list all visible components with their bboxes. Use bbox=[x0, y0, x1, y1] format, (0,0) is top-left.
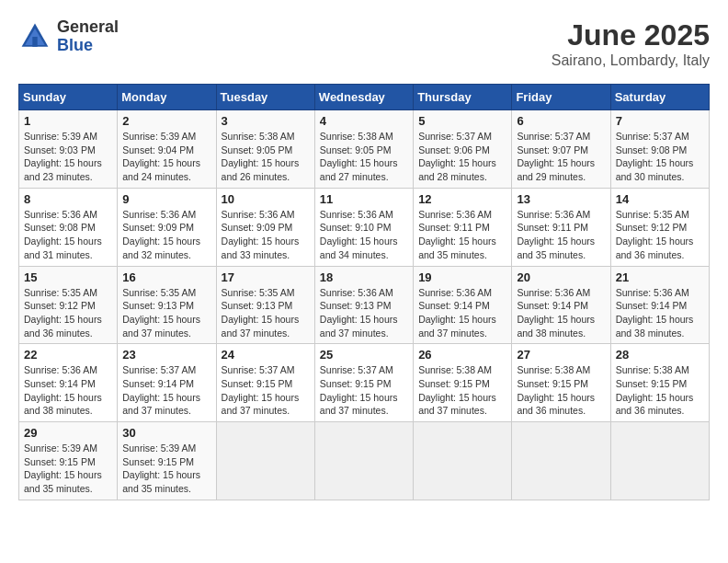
weekday-header-monday: Monday bbox=[118, 85, 216, 110]
weekday-header-row: SundayMondayTuesdayWednesdayThursdayFrid… bbox=[19, 85, 710, 110]
month-title: June 2025 bbox=[552, 18, 710, 52]
calendar-cell: 4Sunrise: 5:38 AMSunset: 9:05 PMDaylight… bbox=[314, 110, 413, 189]
day-number: 20 bbox=[517, 270, 605, 284]
calendar-cell bbox=[314, 422, 413, 500]
calendar-cell bbox=[216, 422, 314, 500]
day-number: 13 bbox=[517, 192, 605, 206]
cell-info: Sunrise: 5:38 AMSunset: 9:15 PMDaylight:… bbox=[418, 363, 506, 418]
calendar-cell: 5Sunrise: 5:37 AMSunset: 9:06 PMDaylight… bbox=[414, 110, 512, 189]
day-number: 28 bbox=[616, 348, 704, 362]
week-row-3: 15Sunrise: 5:35 AMSunset: 9:12 PMDayligh… bbox=[19, 266, 710, 344]
calendar-cell: 26Sunrise: 5:38 AMSunset: 9:15 PMDayligh… bbox=[414, 344, 512, 422]
calendar-cell: 8Sunrise: 5:36 AMSunset: 9:08 PMDaylight… bbox=[19, 188, 118, 266]
cell-info: Sunrise: 5:38 AMSunset: 9:15 PMDaylight:… bbox=[616, 363, 704, 418]
svg-rect-2 bbox=[32, 37, 37, 47]
cell-info: Sunrise: 5:39 AMSunset: 9:15 PMDaylight:… bbox=[24, 442, 112, 496]
calendar-cell: 25Sunrise: 5:37 AMSunset: 9:15 PMDayligh… bbox=[314, 344, 413, 422]
day-number: 17 bbox=[222, 270, 310, 284]
page-header: General Blue June 2025 Sairano, Lombardy… bbox=[18, 18, 710, 69]
day-number: 16 bbox=[122, 270, 210, 284]
weekday-header-sunday: Sunday bbox=[19, 85, 118, 110]
cell-info: Sunrise: 5:37 AMSunset: 9:14 PMDaylight:… bbox=[122, 363, 210, 418]
cell-info: Sunrise: 5:37 AMSunset: 9:06 PMDaylight:… bbox=[418, 130, 506, 184]
cell-info: Sunrise: 5:36 AMSunset: 9:10 PMDaylight:… bbox=[320, 208, 408, 262]
day-number: 18 bbox=[320, 270, 408, 284]
day-number: 26 bbox=[418, 348, 506, 362]
logo-general-text: General bbox=[57, 18, 119, 37]
cell-info: Sunrise: 5:37 AMSunset: 9:15 PMDaylight:… bbox=[222, 363, 310, 418]
week-row-2: 8Sunrise: 5:36 AMSunset: 9:08 PMDaylight… bbox=[19, 188, 710, 266]
calendar-cell: 18Sunrise: 5:36 AMSunset: 9:13 PMDayligh… bbox=[314, 266, 413, 344]
week-row-5: 29Sunrise: 5:39 AMSunset: 9:15 PMDayligh… bbox=[19, 422, 710, 500]
day-number: 21 bbox=[616, 270, 704, 284]
calendar-cell: 20Sunrise: 5:36 AMSunset: 9:14 PMDayligh… bbox=[512, 266, 610, 344]
weekday-header-saturday: Saturday bbox=[610, 85, 709, 110]
cell-info: Sunrise: 5:38 AMSunset: 9:05 PMDaylight:… bbox=[320, 130, 408, 184]
cell-info: Sunrise: 5:35 AMSunset: 9:12 PMDaylight:… bbox=[24, 286, 112, 340]
cell-info: Sunrise: 5:37 AMSunset: 9:08 PMDaylight:… bbox=[616, 130, 704, 184]
cell-info: Sunrise: 5:38 AMSunset: 9:05 PMDaylight:… bbox=[222, 130, 310, 184]
day-number: 24 bbox=[222, 348, 310, 362]
day-number: 7 bbox=[616, 114, 704, 128]
weekday-header-thursday: Thursday bbox=[414, 85, 512, 110]
calendar-cell: 19Sunrise: 5:36 AMSunset: 9:14 PMDayligh… bbox=[414, 266, 512, 344]
cell-info: Sunrise: 5:39 AMSunset: 9:04 PMDaylight:… bbox=[122, 130, 210, 184]
cell-info: Sunrise: 5:39 AMSunset: 9:15 PMDaylight:… bbox=[122, 442, 210, 496]
calendar-cell: 23Sunrise: 5:37 AMSunset: 9:14 PMDayligh… bbox=[118, 344, 216, 422]
weekday-header-tuesday: Tuesday bbox=[216, 85, 314, 110]
cell-info: Sunrise: 5:38 AMSunset: 9:15 PMDaylight:… bbox=[517, 363, 605, 418]
cell-info: Sunrise: 5:36 AMSunset: 9:11 PMDaylight:… bbox=[517, 208, 605, 262]
calendar-table: SundayMondayTuesdayWednesdayThursdayFrid… bbox=[18, 84, 710, 500]
day-number: 29 bbox=[24, 426, 112, 440]
day-number: 11 bbox=[320, 192, 408, 206]
logo-icon bbox=[18, 20, 51, 53]
calendar-cell: 3Sunrise: 5:38 AMSunset: 9:05 PMDaylight… bbox=[216, 110, 314, 189]
location-title: Sairano, Lombardy, Italy bbox=[552, 52, 710, 69]
logo: General Blue bbox=[18, 18, 119, 55]
calendar-cell: 6Sunrise: 5:37 AMSunset: 9:07 PMDaylight… bbox=[512, 110, 610, 189]
calendar-cell: 15Sunrise: 5:35 AMSunset: 9:12 PMDayligh… bbox=[19, 266, 118, 344]
week-row-1: 1Sunrise: 5:39 AMSunset: 9:03 PMDaylight… bbox=[19, 110, 710, 189]
day-number: 23 bbox=[122, 348, 210, 362]
cell-info: Sunrise: 5:36 AMSunset: 9:14 PMDaylight:… bbox=[24, 363, 112, 418]
cell-info: Sunrise: 5:36 AMSunset: 9:09 PMDaylight:… bbox=[122, 208, 210, 262]
cell-info: Sunrise: 5:39 AMSunset: 9:03 PMDaylight:… bbox=[24, 130, 112, 184]
weekday-header-wednesday: Wednesday bbox=[314, 85, 413, 110]
cell-info: Sunrise: 5:35 AMSunset: 9:12 PMDaylight:… bbox=[616, 208, 704, 262]
calendar-cell: 13Sunrise: 5:36 AMSunset: 9:11 PMDayligh… bbox=[512, 188, 610, 266]
day-number: 5 bbox=[418, 114, 506, 128]
cell-info: Sunrise: 5:37 AMSunset: 9:15 PMDaylight:… bbox=[320, 363, 408, 418]
calendar-cell: 21Sunrise: 5:36 AMSunset: 9:14 PMDayligh… bbox=[610, 266, 709, 344]
day-number: 6 bbox=[517, 114, 605, 128]
logo-text: General Blue bbox=[57, 18, 119, 55]
cell-info: Sunrise: 5:35 AMSunset: 9:13 PMDaylight:… bbox=[122, 286, 210, 340]
day-number: 27 bbox=[517, 348, 605, 362]
calendar-cell: 9Sunrise: 5:36 AMSunset: 9:09 PMDaylight… bbox=[118, 188, 216, 266]
cell-info: Sunrise: 5:36 AMSunset: 9:08 PMDaylight:… bbox=[24, 208, 112, 262]
day-number: 19 bbox=[418, 270, 506, 284]
weekday-header-friday: Friday bbox=[512, 85, 610, 110]
calendar-cell: 10Sunrise: 5:36 AMSunset: 9:09 PMDayligh… bbox=[216, 188, 314, 266]
day-number: 3 bbox=[222, 114, 310, 128]
title-area: June 2025 Sairano, Lombardy, Italy bbox=[552, 18, 710, 69]
calendar-cell: 14Sunrise: 5:35 AMSunset: 9:12 PMDayligh… bbox=[610, 188, 709, 266]
logo-blue-text: Blue bbox=[57, 37, 119, 55]
calendar-cell: 16Sunrise: 5:35 AMSunset: 9:13 PMDayligh… bbox=[118, 266, 216, 344]
cell-info: Sunrise: 5:37 AMSunset: 9:07 PMDaylight:… bbox=[517, 130, 605, 184]
cell-info: Sunrise: 5:35 AMSunset: 9:13 PMDaylight:… bbox=[222, 286, 310, 340]
cell-info: Sunrise: 5:36 AMSunset: 9:14 PMDaylight:… bbox=[616, 286, 704, 340]
day-number: 22 bbox=[24, 348, 112, 362]
calendar-cell: 27Sunrise: 5:38 AMSunset: 9:15 PMDayligh… bbox=[512, 344, 610, 422]
calendar-cell: 29Sunrise: 5:39 AMSunset: 9:15 PMDayligh… bbox=[19, 422, 118, 500]
day-number: 1 bbox=[24, 114, 112, 128]
calendar-cell: 7Sunrise: 5:37 AMSunset: 9:08 PMDaylight… bbox=[610, 110, 709, 189]
day-number: 2 bbox=[122, 114, 210, 128]
calendar-cell: 24Sunrise: 5:37 AMSunset: 9:15 PMDayligh… bbox=[216, 344, 314, 422]
week-row-4: 22Sunrise: 5:36 AMSunset: 9:14 PMDayligh… bbox=[19, 344, 710, 422]
calendar-cell bbox=[610, 422, 709, 500]
calendar-cell: 17Sunrise: 5:35 AMSunset: 9:13 PMDayligh… bbox=[216, 266, 314, 344]
cell-info: Sunrise: 5:36 AMSunset: 9:13 PMDaylight:… bbox=[320, 286, 408, 340]
calendar-cell bbox=[414, 422, 512, 500]
day-number: 15 bbox=[24, 270, 112, 284]
cell-info: Sunrise: 5:36 AMSunset: 9:11 PMDaylight:… bbox=[418, 208, 506, 262]
